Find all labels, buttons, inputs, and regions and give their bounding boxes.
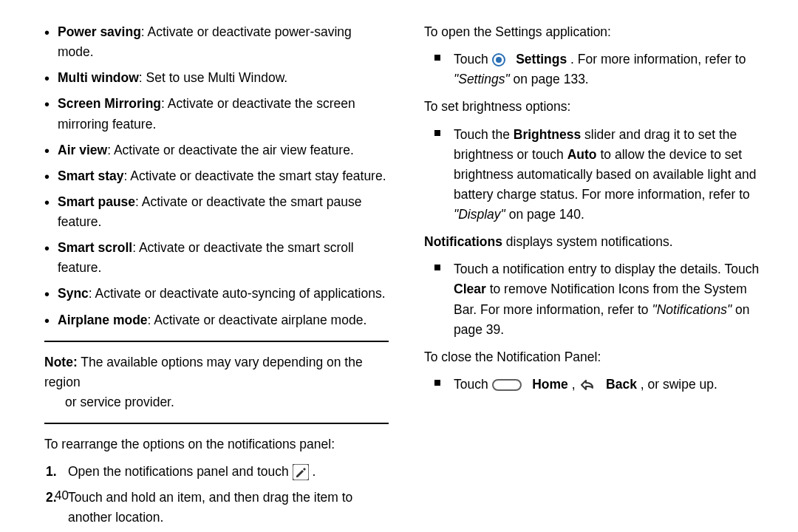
feature-item: Screen Mirroring: Activate or deactivate… xyxy=(44,94,389,134)
bold-text: Brightness xyxy=(514,127,581,142)
desc: : Activate or deactivate the air view fe… xyxy=(107,143,354,157)
close-panel-list: Touch Home , Back , or swipe up. xyxy=(424,375,768,395)
list-item: Touch a notification entry to display th… xyxy=(424,259,768,340)
text: on page 140. xyxy=(509,207,584,222)
step-text-after: . xyxy=(312,464,316,479)
step-text: Open the notifications panel and touch xyxy=(68,464,293,479)
feature-item: Smart scroll: Activate or deactivate the… xyxy=(44,238,389,278)
term: Smart stay xyxy=(58,168,124,183)
term: Smart pause xyxy=(58,194,135,209)
page-number: 40 xyxy=(55,486,69,505)
note-text-cont: or service provider. xyxy=(44,392,389,412)
manual-page: Power saving: Activate or deactivate pow… xyxy=(0,0,798,532)
list-item: Touch Settings . For more information, r… xyxy=(424,50,768,89)
left-column: Power saving: Activate or deactivate pow… xyxy=(44,22,389,517)
bold-text: Back xyxy=(606,377,637,392)
edit-icon xyxy=(293,464,309,480)
text: on page 133. xyxy=(514,72,589,86)
feature-item: Sync: Activate or deactivate auto-syncin… xyxy=(44,284,389,304)
step-item: 1. Open the notifications panel and touc… xyxy=(44,462,389,482)
text: Touch xyxy=(454,52,492,66)
feature-item: Multi window: Set to use Multi Window. xyxy=(44,68,389,88)
notifications-line: Notifications displays system notificati… xyxy=(424,232,768,252)
term: Sync xyxy=(58,286,89,301)
step-number: 1. xyxy=(46,462,57,482)
term: Smart scroll xyxy=(58,240,132,255)
notifications-list: Touch a notification entry to display th… xyxy=(424,259,768,340)
list-item: Touch Home , Back , or swipe up. xyxy=(424,375,768,395)
term: Power saving xyxy=(58,24,141,39)
feature-item: Airplane mode: Activate or deactivate ai… xyxy=(44,310,389,330)
text: Touch a notification entry to display th… xyxy=(454,262,759,276)
note-text: The available options may vary depending… xyxy=(44,355,363,389)
brightness-list: Touch the Brightness slider and drag it … xyxy=(424,125,768,225)
feature-list: Power saving: Activate or deactivate pow… xyxy=(44,22,389,330)
rearrange-intro: To rearrange the options on the notifica… xyxy=(44,434,389,454)
text: , or swipe up. xyxy=(641,377,717,392)
back-icon xyxy=(579,378,595,391)
text: Touch xyxy=(454,377,492,392)
steps-list: 1. Open the notifications panel and touc… xyxy=(44,462,389,528)
text: , xyxy=(572,377,579,392)
ref-text: "Notifications" xyxy=(652,302,732,317)
bold-text: Clear xyxy=(454,282,486,296)
text: Touch the xyxy=(454,127,514,142)
divider xyxy=(44,423,389,424)
close-panel-intro: To close the Notification Panel: xyxy=(424,347,768,367)
step-item: 2. Touch and hold an item, and then drag… xyxy=(44,488,389,528)
brightness-intro: To set brightness options: xyxy=(424,97,768,117)
bold-text: Settings xyxy=(516,52,567,66)
text: . For more information, refer to xyxy=(570,52,746,66)
home-icon xyxy=(492,379,522,391)
divider xyxy=(44,341,389,342)
bold-text: Home xyxy=(532,377,568,392)
note-label: Note: xyxy=(44,355,78,369)
ref-text: "Settings" xyxy=(454,72,510,86)
text: displays system notifications. xyxy=(506,234,673,249)
ref-text: "Display" xyxy=(454,207,505,222)
right-column: To open the Settings application: Touch … xyxy=(424,22,768,517)
term: Screen Mirroring xyxy=(58,96,161,111)
desc: : Activate or deactivate auto-syncing of… xyxy=(89,286,386,301)
open-settings-intro: To open the Settings application: xyxy=(424,22,768,42)
feature-item: Smart pause: Activate or deactivate the … xyxy=(44,192,389,232)
note-block: Note: The available options may vary dep… xyxy=(44,352,389,412)
open-settings-list: Touch Settings . For more information, r… xyxy=(424,50,768,89)
desc: : Activate or deactivate airplane mode. xyxy=(148,313,367,327)
bold-text: Notifications xyxy=(424,234,502,249)
term: Airplane mode xyxy=(58,313,148,327)
step-text: Touch and hold an item, and then drag th… xyxy=(68,490,352,525)
list-item: Touch the Brightness slider and drag it … xyxy=(424,125,768,225)
term: Multi window xyxy=(58,70,139,85)
feature-item: Air view: Activate or deactivate the air… xyxy=(44,140,389,160)
feature-item: Power saving: Activate or deactivate pow… xyxy=(44,22,389,62)
term: Air view xyxy=(58,143,107,157)
desc: : Activate or deactivate the smart stay … xyxy=(124,168,386,183)
desc: : Set to use Multi Window. xyxy=(139,70,287,85)
feature-item: Smart stay: Activate or deactivate the s… xyxy=(44,166,389,186)
bold-text: Auto xyxy=(567,147,597,162)
settings-icon xyxy=(492,53,505,66)
